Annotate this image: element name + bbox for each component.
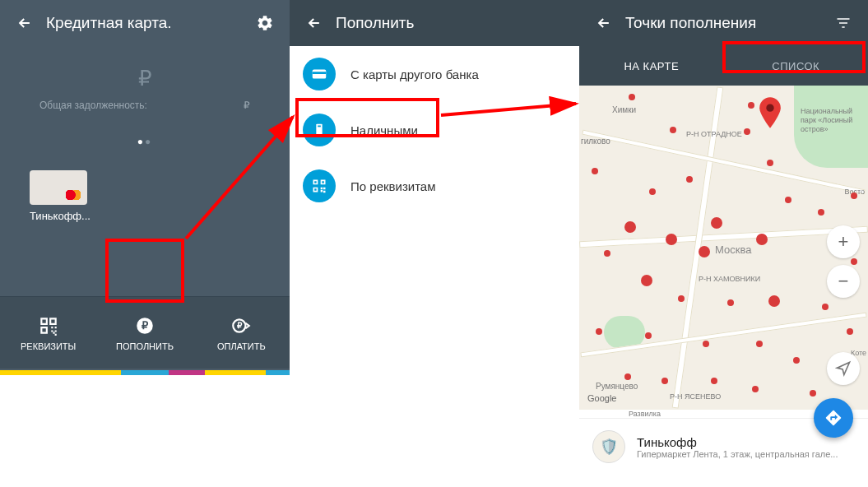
card-tile[interactable]: Тинькофф... [30, 170, 290, 222]
header: Пополнить [290, 0, 579, 46]
page-title: Пополнить [336, 14, 569, 32]
screen-topup: Пополнить С карты другого банка Наличным… [290, 0, 579, 375]
map-label: Национальный парк «Лосиный остров» [801, 107, 865, 133]
svg-rect-7 [318, 126, 321, 128]
details-button[interactable]: РЕКВИЗИТЫ [0, 297, 96, 369]
directions-fab[interactable] [814, 398, 853, 438]
zoom-out-button[interactable]: − [827, 265, 860, 298]
map-label: Химки [612, 105, 636, 114]
back-button[interactable] [299, 8, 329, 38]
option-requisites[interactable]: По реквизитам [290, 158, 579, 214]
svg-point-8 [766, 104, 773, 112]
locate-button[interactable] [827, 352, 860, 385]
tab-map[interactable]: НА КАРТЕ [579, 46, 724, 86]
debt-ruble-icon: ₽ [244, 100, 250, 111]
pay-button[interactable]: ₽ ОПЛАТИТЬ [193, 297, 290, 369]
card-name: Тинькофф... [30, 210, 290, 222]
balance-ruble-icon: ₽ [0, 66, 290, 91]
map-label: Румянцево [596, 382, 638, 391]
filter-button[interactable] [829, 8, 858, 38]
map-view[interactable]: Химки гилково Р-Н ОТРАДНОЕ Национальный … [579, 86, 868, 410]
tabs: НА КАРТЕ СПИСОК [579, 46, 868, 86]
svg-text:₽: ₽ [142, 319, 149, 332]
pay-icon: ₽ [230, 315, 252, 336]
qr-icon [303, 169, 336, 202]
card-image [30, 170, 87, 205]
topup-icon: ₽ [134, 315, 155, 336]
map-label: Р-Н ЯСЕНЕВО [670, 392, 721, 401]
option-cash[interactable]: Наличными [290, 102, 579, 158]
pager-dots: ●● [0, 136, 290, 147]
map-label: Р-Н ХАМОВНИКИ [699, 275, 760, 283]
map-marker[interactable] [759, 97, 782, 132]
screen-credit-card: Кредитная карта. ₽ Общая задолженность: … [0, 0, 290, 375]
screen-topup-points: Точки пополнения НА КАРТЕ СПИСОК Химки г… [579, 0, 868, 487]
result-subtitle: Гипермаркет Лента, 1 этаж, центральная г… [637, 449, 855, 459]
card-icon [303, 58, 336, 90]
map-label: Москва [715, 244, 751, 256]
result-title: Тинькофф [637, 435, 855, 449]
map-label: гилково [581, 137, 610, 146]
header: Точки пополнения [579, 0, 868, 46]
result-icon: 🛡️ [592, 430, 625, 463]
settings-button[interactable] [250, 8, 280, 38]
header: Кредитная карта. [0, 0, 290, 46]
cash-icon [303, 114, 336, 146]
debt-label: Общая задолженность: [39, 100, 147, 111]
tab-list[interactable]: СПИСОК [724, 46, 869, 86]
map-attribution: Google [587, 393, 616, 403]
svg-rect-5 [313, 72, 327, 74]
back-button[interactable] [10, 8, 39, 38]
map-label: Р-Н ОТРАДНОЕ [686, 130, 742, 138]
qr-icon [38, 315, 59, 336]
option-other-bank-card[interactable]: С карты другого банка [290, 46, 579, 102]
card-summary: ₽ Общая задолженность: ₽ ●● Тинькофф... [0, 46, 290, 222]
action-bar: РЕКВИЗИТЫ ₽ ПОПОЛНИТЬ ₽ ОПЛАТИТЬ [0, 296, 290, 369]
topup-button[interactable]: ₽ ПОПОЛНИТЬ [96, 297, 193, 369]
page-title: Точки пополнения [625, 14, 829, 32]
svg-text:₽: ₽ [237, 321, 243, 330]
back-button[interactable] [589, 8, 619, 38]
page-title: Кредитная карта. [46, 14, 250, 32]
zoom-in-button[interactable]: + [827, 225, 860, 258]
color-strip [0, 370, 290, 375]
